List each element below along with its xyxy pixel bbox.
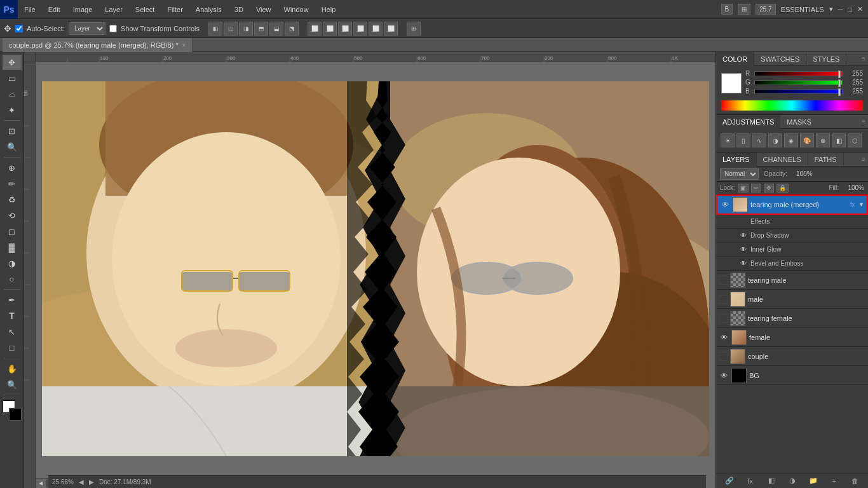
opacity-value[interactable]: 100% xyxy=(790,170,813,177)
layer-eye-tearing-male[interactable] xyxy=(719,276,728,285)
zoom-tool[interactable]: 🔍 xyxy=(3,377,22,392)
layer-drop-shadow[interactable]: 👁 Drop Shadow xyxy=(716,229,868,243)
layer-eye-tearing-male-merged[interactable]: 👁 xyxy=(720,200,730,210)
menu-file[interactable]: File xyxy=(18,3,42,16)
layer-eye-tearing-female[interactable] xyxy=(719,314,728,323)
layer-tearing-female[interactable]: tearing female xyxy=(716,309,868,328)
photo-filter-adj[interactable]: ⬡ xyxy=(848,133,862,147)
scroll-left-btn[interactable]: ◀ xyxy=(36,478,46,489)
r-slider[interactable] xyxy=(754,71,843,76)
tab-color[interactable]: COLOR xyxy=(716,52,754,66)
tab-layers[interactable]: LAYERS xyxy=(716,152,757,166)
dist-left-btn[interactable]: ⬜ xyxy=(308,22,322,36)
close-btn[interactable]: ✕ xyxy=(857,5,863,13)
type-tool[interactable]: T xyxy=(3,308,22,323)
adj-panel-menu[interactable]: ≡ xyxy=(859,118,868,125)
adjustment-layer-btn[interactable]: ◑ xyxy=(787,475,798,487)
dist-bottom-btn[interactable]: ⬜ xyxy=(384,22,398,36)
layer-type-select[interactable]: Layer Group xyxy=(69,22,105,35)
color-panel-menu[interactable]: ≡ xyxy=(859,55,868,62)
g-slider[interactable] xyxy=(754,80,843,85)
layer-eye-bg[interactable]: 👁 xyxy=(719,370,729,381)
marquee-tool[interactable]: ▭ xyxy=(3,71,22,86)
align-bottom-btn[interactable]: ⬔ xyxy=(285,22,299,36)
menu-view[interactable]: View xyxy=(250,3,278,16)
curves-adj[interactable]: ∿ xyxy=(752,133,766,147)
menu-filter[interactable]: Filter xyxy=(161,3,189,16)
layer-eye-male[interactable] xyxy=(719,295,728,304)
blend-mode-select[interactable]: Normal Multiply Screen Overlay xyxy=(720,168,759,180)
lock-position-btn[interactable]: ✥ xyxy=(764,184,774,193)
vibrance-adj[interactable]: ◈ xyxy=(784,133,798,147)
lasso-tool[interactable]: ⌓ xyxy=(3,86,22,102)
hsl-adj[interactable]: 🎨 xyxy=(800,133,814,147)
b-slider[interactable] xyxy=(754,89,843,94)
menu-edit[interactable]: Edit xyxy=(42,3,67,16)
menu-image[interactable]: Image xyxy=(67,3,99,16)
scroll-right-small[interactable]: ▶ xyxy=(89,478,94,485)
hand-tool[interactable]: ✋ xyxy=(3,361,22,376)
tab-adjustments[interactable]: ADJUSTMENTS xyxy=(716,115,780,129)
path-select-tool[interactable]: ↖ xyxy=(3,324,22,339)
auto-align-btn[interactable]: ⊞ xyxy=(407,22,421,36)
bw-adj[interactable]: ◧ xyxy=(832,133,846,147)
layer-style-btn[interactable]: fx xyxy=(745,475,756,487)
menu-analysis[interactable]: Analysis xyxy=(189,3,228,16)
new-layer-btn[interactable]: + xyxy=(829,475,840,487)
tab-close-btn[interactable]: × xyxy=(182,42,186,48)
pen-tool[interactable]: ✒ xyxy=(3,292,22,308)
levels-adj[interactable]: ▯ xyxy=(736,133,750,147)
layer-male[interactable]: male xyxy=(716,290,868,309)
mini-bridge-icon[interactable]: B xyxy=(721,4,733,15)
dist-center-h-btn[interactable]: ⬜ xyxy=(369,22,383,36)
layers-panel-menu[interactable]: ≡ xyxy=(859,156,868,163)
tab-styles[interactable]: STYLES xyxy=(806,52,846,66)
brush-tool[interactable]: ✏ xyxy=(3,176,22,191)
effect-eye-bevel-emboss[interactable]: 👁 xyxy=(739,259,748,268)
g-handle[interactable] xyxy=(838,79,841,87)
align-top-btn[interactable]: ⬒ xyxy=(254,22,268,36)
b-handle[interactable] xyxy=(838,88,841,96)
healing-tool[interactable]: ⊕ xyxy=(3,160,22,175)
menu-help[interactable]: Help xyxy=(315,3,342,16)
color-balance-adj[interactable]: ⊗ xyxy=(816,133,830,147)
move-tool[interactable]: ✥ xyxy=(3,55,22,70)
eyedropper-tool[interactable]: 🔍 xyxy=(3,139,22,154)
layer-couple[interactable]: couple xyxy=(716,347,868,366)
align-center-h-btn[interactable]: ⬓ xyxy=(269,22,283,36)
layer-eye-couple[interactable] xyxy=(719,352,728,361)
fill-value[interactable]: 100% xyxy=(841,184,864,191)
layer-inner-glow[interactable]: 👁 Inner Glow xyxy=(716,243,868,257)
exposure-adj[interactable]: ◑ xyxy=(768,133,782,147)
tab-paths[interactable]: PATHS xyxy=(808,152,844,166)
dist-center-v-btn[interactable]: ⬜ xyxy=(323,22,337,36)
group-layers-btn[interactable]: 📁 xyxy=(808,475,819,487)
lock-transparent-btn[interactable]: ▣ xyxy=(738,184,749,193)
align-right-btn[interactable]: ◨ xyxy=(239,22,253,36)
screen-mode-btn[interactable]: ⊞ xyxy=(738,4,750,15)
clone-tool[interactable]: ♻ xyxy=(3,192,22,207)
align-left-btn[interactable]: ◧ xyxy=(208,22,222,36)
link-layers-btn[interactable]: 🔗 xyxy=(724,475,735,487)
menu-select[interactable]: Select xyxy=(129,3,161,16)
menu-window[interactable]: Window xyxy=(278,3,315,16)
tab-masks[interactable]: MASKS xyxy=(780,115,818,129)
layer-tearing-male-merged[interactable]: 👁 tearing male (merged) fx ▼ xyxy=(716,194,868,215)
lock-paint-btn[interactable]: ✏ xyxy=(751,184,761,193)
effect-eye-drop-shadow[interactable]: 👁 xyxy=(739,231,748,240)
layer-mask-btn[interactable]: ◧ xyxy=(766,475,777,487)
tab-channels[interactable]: CHANNELS xyxy=(757,152,808,166)
minimize-btn[interactable]: ─ xyxy=(838,6,843,13)
color-spectrum[interactable] xyxy=(721,100,863,111)
layer-bg[interactable]: 👁 BG xyxy=(716,366,868,385)
magic-wand-tool[interactable]: ✦ xyxy=(3,102,22,118)
canvas-area[interactable]: 100 200 300 400 500 600 700 800 900 1K 5… xyxy=(24,52,715,488)
maximize-btn[interactable]: □ xyxy=(848,6,852,13)
blur-tool[interactable]: ◑ xyxy=(3,255,22,271)
delete-layer-btn[interactable]: 🗑 xyxy=(850,475,861,487)
zoom-display[interactable]: 25.7 xyxy=(756,4,775,15)
scroll-left-small[interactable]: ◀ xyxy=(79,478,84,485)
r-handle[interactable] xyxy=(838,71,841,78)
layer-female[interactable]: 👁 female xyxy=(716,328,868,347)
dist-top-btn[interactable]: ⬜ xyxy=(353,22,367,36)
